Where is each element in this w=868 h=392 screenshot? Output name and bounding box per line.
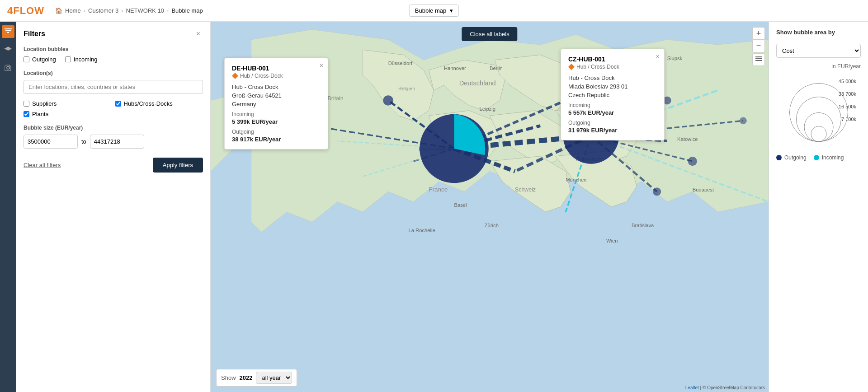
svg-text:Basel: Basel <box>454 202 467 208</box>
popup-de-type: Hub / Cross-Dock <box>240 73 283 79</box>
hubs-checkbox[interactable] <box>115 101 121 107</box>
popup-de-country: Germany <box>232 101 321 107</box>
outgoing-legend-item: Outgoing <box>776 154 807 161</box>
svg-text:Düsseldorf: Düsseldorf <box>388 61 413 66</box>
camera-icon[interactable] <box>2 61 14 74</box>
hubs-checkbox-item[interactable]: Hubs/Cross-Docks <box>115 100 203 107</box>
svg-text:Hannover: Hannover <box>444 65 466 71</box>
svg-point-0 <box>7 66 9 69</box>
incoming-legend-item: Incoming <box>814 154 844 161</box>
popup-de-name: Hub - Cross Dock <box>232 84 321 90</box>
incoming-checkbox[interactable] <box>65 56 71 62</box>
plants-checkbox[interactable] <box>24 111 29 117</box>
popup-cz-id: CZ-HUB-001 <box>568 56 657 63</box>
filter-icon[interactable] <box>2 25 14 38</box>
filter-close-button[interactable]: × <box>193 29 203 39</box>
bubble-size-max-input[interactable] <box>90 135 144 149</box>
svg-text:Slupsk: Slupsk <box>667 56 683 61</box>
outgoing-label: Outgoing <box>32 56 56 63</box>
svg-text:Schweiz: Schweiz <box>515 187 536 193</box>
popup-de-subtitle: Hub / Cross-Dock <box>232 73 321 79</box>
clear-all-filters-button[interactable]: Clear all filters <box>24 162 61 168</box>
svg-text:Berlin: Berlin <box>490 65 503 71</box>
topbar: 4FLOW 🏠 Home › Customer 3 › NETWORK 10 ›… <box>0 0 868 22</box>
svg-text:Katowice: Katowice <box>677 136 698 142</box>
outgoing-checkbox[interactable] <box>24 56 29 62</box>
icon-bar <box>0 22 16 392</box>
incoming-checkbox-item[interactable]: Incoming <box>65 56 98 63</box>
location-type-group: Suppliers Hubs/Cross-Docks Plants <box>24 100 203 117</box>
view-selector-label: Bubble map <box>415 7 446 14</box>
svg-text:La Rochelle: La Rochelle <box>409 228 435 233</box>
hubs-label: Hubs/Cross-Docks <box>124 100 173 107</box>
popup-cz-subtitle: Hub / Cross-Dock <box>568 64 657 70</box>
popup-de-id: DE-HUB-001 <box>232 65 321 72</box>
breadcrumb-sep3: › <box>167 7 169 14</box>
hub-icon-cz <box>568 64 575 70</box>
breadcrumb-home[interactable]: Home <box>65 7 81 14</box>
main-layout: Filters × Location bubbles Outgoing Inco… <box>0 22 868 392</box>
zoom-in-button[interactable]: + <box>752 27 765 40</box>
suppliers-checkbox[interactable] <box>24 101 29 107</box>
period-select[interactable]: all year Q1 Q2 Q3 Q4 <box>256 372 292 384</box>
outgoing-checkbox-item[interactable]: Outgoing <box>24 56 56 63</box>
bubble-area-select[interactable]: Cost <box>776 44 861 58</box>
bubble-size-label: Bubble size (EUR/year) <box>24 125 203 131</box>
apply-filters-button[interactable]: Apply filters <box>153 158 203 173</box>
svg-rect-52 <box>755 56 762 57</box>
suppliers-checkbox-item[interactable]: Suppliers <box>24 100 112 107</box>
close-all-labels-button[interactable]: Close all labels <box>462 27 517 41</box>
svg-text:Belgien: Belgien <box>398 86 415 91</box>
leaflet-link[interactable]: Leaflet <box>685 385 699 390</box>
filter-panel-header: Filters × <box>24 29 203 39</box>
location-bubbles-label: Location bubbles <box>24 46 203 52</box>
app-logo: 4FLOW <box>7 5 44 17</box>
zoom-out-button[interactable]: − <box>752 40 765 52</box>
popup-de-outgoing-value: 38 917k EUR/year <box>232 136 321 143</box>
breadcrumb-sep2: › <box>121 7 123 14</box>
filter-panel: Filters × Location bubbles Outgoing Inco… <box>16 22 211 392</box>
breadcrumb: 🏠 Home › Customer 3 › NETWORK 10 › Bubbl… <box>55 7 203 14</box>
hub-icon-de <box>232 73 238 79</box>
location-search-input[interactable] <box>24 80 203 94</box>
svg-text:Zürich: Zürich <box>485 223 499 228</box>
popup-cz-close-button[interactable]: × <box>656 53 660 60</box>
svg-point-33 <box>383 95 393 105</box>
location-bubbles-group: Outgoing Incoming <box>24 56 203 63</box>
map-container[interactable]: Great Britain Belgien Deutschland Hauts-… <box>211 22 769 392</box>
legend-colors: Outgoing Incoming <box>776 154 861 161</box>
svg-text:Leipzig: Leipzig <box>480 106 496 112</box>
suppliers-label: Suppliers <box>32 100 57 107</box>
svg-text:München: München <box>566 177 586 182</box>
legend-circles: 45 000k 33 700k 16 500k 7 100k <box>776 79 861 142</box>
svg-text:Deutschland: Deutschland <box>459 79 496 87</box>
popup-cz-incoming-value: 5 557k EUR/year <box>568 109 657 116</box>
outgoing-dot <box>776 155 782 160</box>
popup-de-close-button[interactable]: × <box>320 62 323 69</box>
svg-text:Wien: Wien <box>606 238 618 243</box>
svg-text:Bratislava: Bratislava <box>632 223 654 228</box>
view-selector[interactable]: Bubble map ▾ <box>409 5 459 17</box>
incoming-dot <box>814 155 819 160</box>
unit-label: in EUR/year <box>776 63 861 70</box>
popup-cz-address: Mlada Boleslav 293 01 <box>568 83 657 90</box>
layers-icon[interactable] <box>2 43 14 56</box>
right-panel: Show bubble area by Cost in EUR/year 45 … <box>769 22 868 392</box>
legend-label-3: 16 500k <box>839 104 856 109</box>
popup-cz-outgoing-value: 31 979k EUR/year <box>568 127 657 134</box>
legend-label-2: 33 700k <box>839 91 856 97</box>
popup-de-outgoing-label: Outgoing <box>232 129 321 135</box>
bubble-size-min-input[interactable] <box>24 135 78 149</box>
plants-checkbox-item[interactable]: Plants <box>24 111 112 117</box>
breadcrumb-customer[interactable]: Customer 3 <box>88 7 118 14</box>
popup-cz-name: Hub - Cross Dock <box>568 75 657 81</box>
incoming-legend-label: Incoming <box>822 154 844 161</box>
legend-labels: 45 000k 33 700k 16 500k 7 100k <box>839 79 856 122</box>
popup-cz-country: Czech Republic <box>568 92 657 98</box>
zoom-controls: + − <box>752 27 765 52</box>
incoming-label: Incoming <box>74 56 98 63</box>
popup-cz-outgoing-label: Outgoing <box>568 120 657 126</box>
layer-toggle-button[interactable] <box>752 53 765 66</box>
map-attribution: Leaflet | © OpenStreetMap Contributors <box>685 385 765 390</box>
breadcrumb-network[interactable]: NETWORK 10 <box>126 7 165 14</box>
